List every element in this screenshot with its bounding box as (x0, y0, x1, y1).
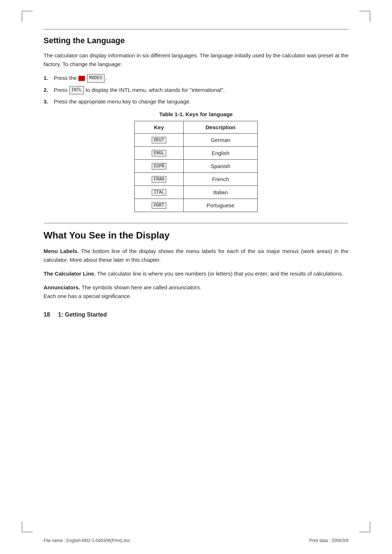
section1-divider (44, 29, 348, 29)
chapter-number: 18 (44, 311, 50, 318)
step1-text-before: Press the (54, 75, 78, 81)
key-cell-1: ENGL (135, 147, 184, 160)
step-2: 2. Press INTL to display the INTL menu, … (44, 86, 348, 95)
annunciators-text: The symbols shown here are called (82, 284, 169, 290)
page: Setting the Language The calculator can … (0, 0, 392, 554)
para-menu-labels: Menu Labels. The bottom line of the disp… (44, 247, 348, 264)
key-cell-0: DEUT (135, 134, 184, 147)
step1-text-after: . (106, 75, 107, 81)
table-container: Table 1-1. Keys for language Key Descrip… (44, 111, 348, 212)
section2-title: What You See in the Display (44, 230, 348, 241)
desc-cell-3: French (184, 173, 258, 186)
table-row: PORTPortuguese (135, 199, 258, 212)
modes-red-icon (78, 76, 85, 81)
key-badge-port: PORT (152, 202, 167, 209)
corner-mark-bottom-right (359, 521, 370, 532)
menu-labels-text: The bottom line of the display shows the… (44, 248, 348, 263)
key-badge-espñ: ESPÑ (152, 163, 167, 170)
section1-intro: The calculator can display information i… (44, 51, 348, 69)
annunciators-italic: annunciators (169, 284, 200, 290)
chapter-text: 1: Getting Started (58, 311, 107, 318)
key-badge-engl: ENGL (152, 150, 167, 156)
footer-print-date: Print data : 2004/3/9 (309, 538, 348, 543)
key-badge-ital: ITAL (152, 189, 167, 196)
page-footer: File name : English-M02-1-040308(Print).… (44, 538, 348, 543)
table-row: ESPÑSpanish (135, 160, 258, 173)
desc-cell-2: Spanish (184, 160, 258, 173)
key-cell-5: PORT (135, 199, 184, 212)
desc-cell-0: German (184, 134, 258, 147)
col-key: Key (135, 121, 184, 134)
calc-line-text: The calculator line is where you see num… (97, 270, 343, 277)
key-cell-3: FRAN (135, 173, 184, 186)
key-cell-2: ESPÑ (135, 160, 184, 173)
desc-cell-1: English (184, 147, 258, 160)
annunciators-bold: Annunciators. (44, 284, 80, 290)
step2-num: 2. (44, 86, 48, 94)
key-badge-deut: DEUT (152, 137, 167, 143)
chapter-footer-text: 18 1: Getting Started (44, 311, 107, 318)
footer-filename: File name : English-M02-1-040308(Print).… (44, 538, 130, 543)
table-row: DEUTGerman (135, 134, 258, 147)
section1-title: Setting the Language (44, 36, 348, 45)
chapter-footer: 18 1: Getting Started (44, 311, 348, 318)
keys-table: Key Description DEUTGermanENGLEnglishESP… (134, 121, 258, 212)
modes-key: MODES (87, 74, 105, 82)
para-calculator-line: The Calculator Line. The calculator line… (44, 269, 348, 278)
step-3: 3. Press the appropriate menu key to cha… (44, 97, 348, 106)
intl-key: INTL (69, 86, 84, 94)
corner-mark-top-right (359, 11, 370, 22)
key-badge-fran: FRAN (152, 176, 167, 183)
step2-text-middle: to display the INTL menu, which stands f… (86, 87, 225, 93)
corner-mark-bottom-left (22, 521, 33, 532)
para-annunciators: Annunciators. The symbols shown here are… (44, 283, 348, 301)
section2-divider (44, 223, 348, 223)
table-header-row: Key Description (135, 121, 258, 134)
col-description: Description (184, 121, 258, 134)
menu-labels-bold: Menu Labels. (44, 248, 79, 254)
calc-line-bold: The Calculator Line. (44, 270, 95, 277)
desc-cell-4: Italian (184, 186, 258, 199)
table-row: FRANFrench (135, 173, 258, 186)
steps-list: 1. Press the MODES . 2. Press INTL to di… (44, 74, 348, 106)
step-1: 1. Press the MODES . (44, 74, 348, 83)
step3-num: 3. (44, 97, 48, 106)
table-caption: Table 1-1. Keys for language (159, 111, 233, 117)
desc-cell-5: Portuguese (184, 199, 258, 212)
step3-text: Press the appropriate menu key to change… (54, 98, 191, 105)
corner-mark-top-left (22, 11, 33, 22)
step1-num: 1. (44, 74, 48, 82)
key-cell-4: ITAL (135, 186, 184, 199)
table-row: ENGLEnglish (135, 147, 258, 160)
table-row: ITALItalian (135, 186, 258, 199)
step2-text-before: Press (54, 87, 69, 93)
